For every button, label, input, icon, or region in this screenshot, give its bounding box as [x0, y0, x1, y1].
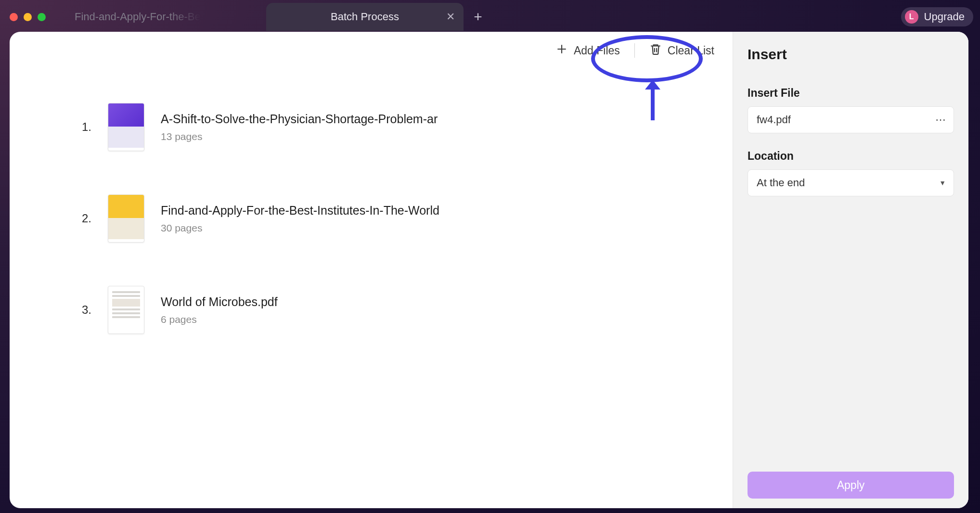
- list-item[interactable]: 3. World of Microbes.pdf 6 pages: [72, 286, 704, 334]
- new-tab-button[interactable]: +: [468, 7, 488, 26]
- location-label: Location: [748, 150, 954, 163]
- file-thumbnail: [108, 103, 144, 151]
- list-item[interactable]: 2. Find-and-Apply-For-the-Best-Institute…: [72, 194, 704, 243]
- insert-file-label: Insert File: [748, 87, 954, 100]
- tab-title: Batch Process: [331, 11, 399, 23]
- apply-button[interactable]: Apply: [748, 472, 954, 499]
- chevron-down-icon: ▼: [939, 179, 946, 187]
- file-thumbnail: [108, 194, 144, 243]
- avatar: L: [905, 10, 918, 24]
- add-files-button[interactable]: Add Files: [552, 40, 624, 61]
- window-controls: [10, 13, 46, 21]
- insert-file-field[interactable]: fw4.pdf ⋯: [748, 106, 954, 133]
- tab-active[interactable]: Batch Process ✕: [266, 3, 464, 31]
- minimize-window-button[interactable]: [24, 13, 32, 21]
- row-index: 1.: [72, 120, 91, 134]
- panel-title: Insert: [748, 46, 954, 63]
- add-files-label: Add Files: [574, 44, 620, 57]
- tab-inactive[interactable]: Find-and-Apply-For-the-Be: [64, 3, 261, 31]
- tab-title: Find-and-Apply-For-the-Be: [75, 11, 201, 23]
- close-window-button[interactable]: [10, 13, 18, 21]
- file-name: Find-and-Apply-For-the-Best-Institutes-I…: [161, 204, 439, 218]
- tab-bar: Find-and-Apply-For-the-Be Batch Process …: [0, 0, 980, 32]
- toolbar: Add Files Clear List: [10, 32, 733, 69]
- upgrade-label: Upgrade: [924, 11, 965, 23]
- upgrade-button[interactable]: L Upgrade: [901, 7, 973, 26]
- ellipsis-icon: ⋯: [935, 114, 946, 126]
- file-name: A-Shift-to-Solve-the-Physician-Shortage-…: [161, 112, 438, 126]
- clear-list-button[interactable]: Clear List: [645, 40, 718, 61]
- close-tab-icon[interactable]: ✕: [446, 12, 455, 22]
- plus-icon: [555, 43, 568, 58]
- row-index: 3.: [72, 303, 91, 317]
- file-name: World of Microbes.pdf: [161, 295, 278, 309]
- app-window: Add Files Clear List 1.: [10, 32, 968, 508]
- file-pages: 6 pages: [161, 314, 278, 325]
- insert-file-value: fw4.pdf: [757, 114, 791, 126]
- file-pages: 30 pages: [161, 222, 439, 234]
- file-list: 1. A-Shift-to-Solve-the-Physician-Shorta…: [10, 69, 733, 508]
- toolbar-divider: [634, 43, 635, 58]
- maximize-window-button[interactable]: [38, 13, 46, 21]
- location-select[interactable]: At the end ▼: [748, 169, 954, 196]
- avatar-initial: L: [909, 13, 914, 21]
- side-panel: Insert Insert File fw4.pdf ⋯ Location At…: [733, 32, 968, 508]
- file-pages: 13 pages: [161, 131, 438, 142]
- location-value: At the end: [757, 177, 805, 189]
- browse-button[interactable]: ⋯: [932, 112, 949, 128]
- file-thumbnail: [108, 286, 144, 334]
- trash-icon: [649, 43, 662, 58]
- row-index: 2.: [72, 212, 91, 225]
- clear-list-label: Clear List: [668, 44, 714, 57]
- main-pane: Add Files Clear List 1.: [10, 32, 733, 508]
- apply-label: Apply: [837, 479, 865, 492]
- list-item[interactable]: 1. A-Shift-to-Solve-the-Physician-Shorta…: [72, 103, 704, 151]
